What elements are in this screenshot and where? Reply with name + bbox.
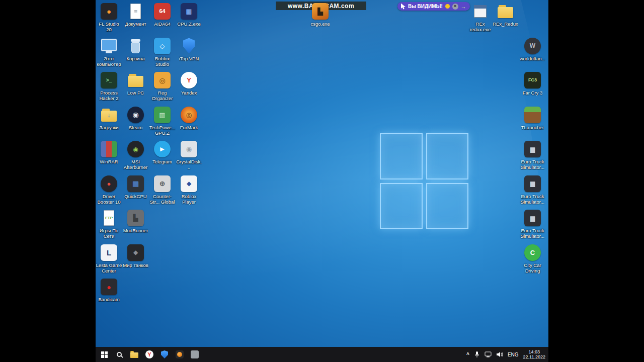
desktop-icon-rex-redux-folder[interactable]: REx_Redux [492, 2, 519, 27]
icon-label: REx redux.exe [467, 21, 494, 32]
expand-arrow-icon[interactable]: → [461, 4, 466, 10]
desktop-icon-aida64[interactable]: 64AIDA64 [149, 2, 176, 37]
desktop-icon-euro-truck-3[interactable]: ▆Euro Truck Simulator... [519, 209, 546, 243]
roblox-studio-icon: ◇ [154, 38, 171, 54]
desktop-icon-rex-redux-exe[interactable]: REx redux.exe [467, 2, 494, 32]
desktop-icon-this-pc[interactable]: Этот компьютер [96, 37, 122, 71]
desktop-icon-roblox-studio[interactable]: ◇Roblox Studio [149, 37, 176, 71]
desktop-icon-city-car-driving[interactable]: CCity Car Driving [519, 243, 546, 278]
gpu-z-icon: ▥ [154, 107, 171, 123]
desktop-icon-cpu-z[interactable]: ▦CPU.Z.exe [176, 2, 202, 37]
desktop-icon-driver-booster-10[interactable]: ●Driver Booster 10 [96, 174, 122, 209]
close-icon[interactable]: × [452, 4, 458, 10]
desktop-icon-fl-studio-20[interactable]: ●FL Studio 20 [96, 2, 122, 37]
desktop-icon-mudrunner[interactable]: ▙MudRunner [122, 209, 149, 243]
icon-label: City Car Driving [519, 262, 546, 274]
euro-truck-3-icon: ▆ [524, 210, 541, 226]
icon-label: MSI Afterburner [122, 159, 149, 170]
desktop-icon-euro-truck-1[interactable]: ▆Euro Truck Simulator... [519, 140, 546, 174]
desktop-icon-bandicam[interactable]: ●Bandicam [96, 278, 122, 312]
security-button[interactable] [157, 347, 172, 362]
desktop-icon-crystaldiskinfo[interactable]: ◉CrystalDisk... [176, 140, 202, 174]
desktop-icon-winrar[interactable]: WinRAR [96, 140, 122, 174]
ftp-games-icon: FTP [101, 210, 117, 226]
telegram-icon: ▶ [154, 141, 171, 157]
desktop-icon-yandex[interactable]: YYandex [176, 71, 202, 106]
icon-label: Игры По Сети [96, 228, 122, 239]
icon-label: Low PC [127, 90, 144, 96]
file-explorer-button[interactable] [127, 347, 142, 362]
cpu-z-icon: ▦ [181, 3, 197, 20]
csgo-exe-icon: ▙ [312, 3, 329, 20]
desktop-icon-gpu-z[interactable]: ▥TechPowe... GPU.Z [149, 106, 176, 140]
yandex-browser-button[interactable]: Y [142, 347, 157, 362]
icon-label: CPU.Z.exe [177, 21, 200, 27]
status-dot-icon [445, 4, 450, 9]
logo-pane [380, 133, 423, 179]
clock[interactable]: 14:03 22.11.2022 [523, 349, 545, 359]
rex-redux-exe-icon [472, 3, 489, 20]
hand-cursor-icon [401, 4, 406, 10]
system-tray: ^ ENG 14:03 22.11.2022 [466, 347, 548, 362]
desktop-icon-tlauncher[interactable]: TLauncher [519, 106, 546, 140]
icon-label: QuickCPU [124, 194, 146, 199]
start-button[interactable] [97, 347, 112, 362]
desktop-icon-far-cry-3[interactable]: FC3Far Cry 3 [519, 71, 546, 106]
yandex-icon: Y [181, 72, 197, 88]
rex-redux-folder-icon [497, 3, 514, 20]
desktop-icon-low-pc[interactable]: Low PC [122, 71, 149, 106]
desktop-icon-downloads[interactable]: ↓Загрузки [96, 106, 122, 140]
desktop-icon-grid-left: ●FL Studio 20Этот компьютер>_Process Hac… [96, 2, 202, 312]
hidden-icons-chevron-icon[interactable]: ^ [466, 352, 469, 357]
network-icon[interactable] [485, 351, 492, 357]
desktop-icon-process-hacker-2[interactable]: >_Process Hacker 2 [96, 71, 122, 106]
pinned-app-button[interactable] [187, 347, 202, 362]
desktop-icon-telegram[interactable]: ▶Telegram [149, 140, 176, 174]
icon-label: csgo.exe [310, 21, 330, 27]
icon-label: FL Studio 20 [96, 21, 122, 32]
desktop-icon-recycle-bin[interactable]: Корзина [122, 37, 149, 71]
icon-label: Корзина [126, 56, 144, 61]
desktop-icon-euro-truck-2[interactable]: ▆Euro Truck Simulator... [519, 174, 546, 209]
logo-pane [426, 133, 469, 179]
desktop-icon-lesta-game-center[interactable]: LLesta Game Center [96, 243, 122, 278]
yandex-icon: Y [145, 350, 153, 358]
icon-label: Counter-Str... Global Offe... [149, 194, 176, 205]
this-pc-icon [101, 38, 117, 54]
desktop-icon-reg-organizer[interactable]: ◎Reg Organizer [149, 71, 176, 106]
desktop-icon-furmark[interactable]: ◎FurMark [176, 106, 202, 140]
desktop-icon-world-of-tanks[interactable]: Wworldoftan... [519, 37, 546, 71]
icon-label: Euro Truck Simulator... [519, 228, 546, 239]
euro-truck-1-icon: ▆ [524, 141, 541, 157]
far-cry-3-icon: FC3 [524, 72, 541, 88]
desktop-icon-document[interactable]: ≡Документ [122, 2, 149, 37]
desktop-icon-steam[interactable]: ◉Steam [122, 106, 149, 140]
desktop-icon-counter-strike[interactable]: ⊕Counter-Str... Global Offe... [149, 174, 176, 209]
search-button[interactable] [112, 347, 127, 362]
icon-label: Документ [125, 21, 146, 27]
volume-icon[interactable] [496, 351, 503, 357]
desktop-icon-csgo-exe[interactable]: ▙csgo.exe [307, 2, 334, 27]
desktop-icon-itop-vpn[interactable]: iTop VPN [176, 37, 202, 71]
language-indicator[interactable]: ENG [508, 352, 519, 357]
document-icon: ≡ [127, 3, 144, 20]
desktop[interactable]: ●FL Studio 20Этот компьютер>_Process Hac… [96, 0, 548, 362]
desktop-icon-msi-afterburner[interactable]: ◉MSI Afterburner [122, 140, 149, 174]
icon-label: Bandicam [98, 297, 119, 302]
desktop-icon-mir-tankov[interactable]: ◆Мир танков [122, 243, 149, 278]
tray-time: 14:03 [523, 349, 545, 354]
icon-label: WinRAR [100, 159, 118, 164]
microphone-icon[interactable] [474, 351, 480, 358]
icon-label: AIDA64 [154, 21, 171, 27]
counter-strike-icon: ⊕ [154, 175, 171, 192]
process-hacker-2-icon: >_ [101, 72, 117, 88]
fl-studio-button[interactable] [172, 347, 187, 362]
mudrunner-icon: ▙ [127, 210, 144, 226]
desktop-icon-roblox-player[interactable]: ◆Roblox Player [176, 174, 202, 209]
desktop-icon-ftp-games[interactable]: FTPИгры По Сети [96, 209, 122, 243]
windows-wallpaper-logo [380, 133, 468, 229]
icon-label: worldoftan... [520, 56, 546, 61]
desktop-icon-quickcpu[interactable]: ▦QuickCPU [122, 174, 149, 209]
shield-icon [161, 350, 168, 358]
icon-label: TechPowe... GPU.Z [149, 125, 176, 136]
